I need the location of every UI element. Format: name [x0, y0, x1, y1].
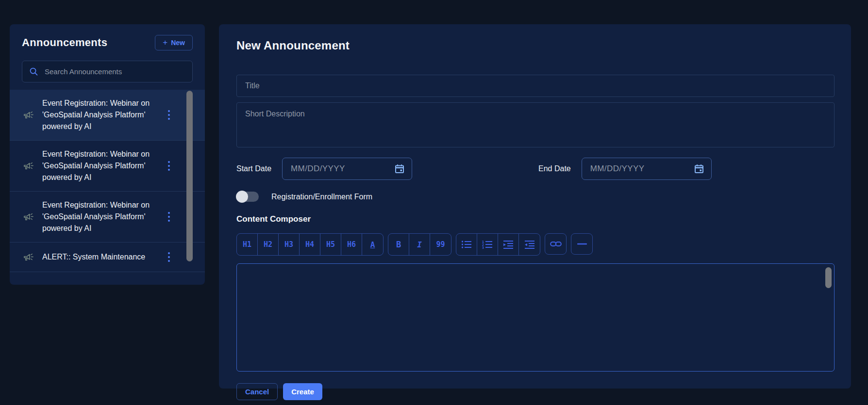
- h4-button[interactable]: H4: [300, 234, 320, 255]
- numbered-list-icon: 1 2 3: [482, 240, 493, 249]
- announcements-list: Event Registration: Webinar on 'GeoSpati…: [10, 90, 205, 288]
- announcement-item-text: Event Registration: Webinar on 'GeoSpati…: [42, 199, 157, 234]
- h2-button[interactable]: H2: [258, 234, 279, 255]
- title-input[interactable]: [236, 75, 835, 97]
- content-scrollbar[interactable]: [825, 267, 832, 288]
- page-title: New Announcement: [236, 39, 835, 52]
- start-date-field[interactable]: [282, 158, 412, 180]
- indent-button[interactable]: [498, 234, 519, 255]
- new-announcement-button[interactable]: + New: [155, 35, 193, 50]
- kebab-menu-icon[interactable]: [165, 159, 173, 173]
- content-editor-input[interactable]: [237, 264, 834, 371]
- plus-icon: +: [163, 39, 167, 46]
- megaphone-icon: [23, 161, 34, 171]
- calendar-icon[interactable]: [394, 163, 405, 174]
- announcement-item-text: ALERT:: System Maintenance: [42, 251, 157, 263]
- outdent-icon: [524, 240, 535, 249]
- h3-button[interactable]: H3: [279, 234, 300, 255]
- announcement-item-text: Event Registration: Webinar on 'GeoSpati…: [42, 97, 157, 132]
- h6-button[interactable]: H6: [341, 234, 362, 255]
- new-announcement-panel: New Announcement Start Date End Date: [219, 24, 851, 389]
- registration-toggle-label: Registration/Enrollment Form: [271, 193, 372, 201]
- blockquote-button[interactable]: 99: [430, 234, 451, 255]
- form-actions: Cancel Create: [236, 383, 835, 400]
- announcements-title: Announcements: [22, 36, 107, 49]
- heading-button-group: H1 H2 H3 H4 H5 H6 A: [236, 233, 384, 256]
- numbered-list-button[interactable]: 1 2 3: [477, 234, 498, 255]
- horizontal-rule-icon: [577, 243, 587, 245]
- bullet-list-button[interactable]: [456, 234, 477, 255]
- svg-text:3: 3: [482, 246, 484, 249]
- calendar-icon[interactable]: [694, 163, 704, 174]
- italic-button[interactable]: I: [409, 234, 430, 255]
- registration-toggle-row: Registration/Enrollment Form: [236, 192, 835, 202]
- announcement-item[interactable]: ALERT:: System Maintenance: [10, 243, 205, 272]
- indent-icon: [503, 240, 514, 249]
- search-icon: [29, 67, 38, 76]
- create-button[interactable]: Create: [283, 383, 322, 400]
- end-date-field[interactable]: [582, 158, 712, 180]
- registration-toggle[interactable]: [236, 192, 259, 202]
- h5-button[interactable]: H5: [320, 234, 341, 255]
- format-button-group: B I 99: [388, 233, 451, 256]
- bold-button[interactable]: B: [388, 234, 409, 255]
- h1-button[interactable]: H1: [237, 234, 258, 255]
- end-date-label: End Date: [538, 164, 571, 173]
- horizontal-rule-button[interactable]: [571, 233, 593, 255]
- kebab-menu-icon[interactable]: [165, 108, 173, 122]
- short-description-input[interactable]: [236, 102, 835, 147]
- announcement-item[interactable]: Event Registration: Webinar on 'GeoSpati…: [10, 141, 205, 192]
- new-button-label: New: [171, 39, 185, 47]
- date-row: Start Date End Date: [236, 158, 835, 180]
- composer-toolbar: H1 H2 H3 H4 H5 H6 A B I 99: [236, 233, 835, 256]
- search-input[interactable]: [45, 67, 185, 76]
- outdent-button[interactable]: [519, 234, 540, 255]
- megaphone-icon: [23, 212, 34, 222]
- content-editor-area: [236, 263, 835, 372]
- link-button[interactable]: [545, 233, 567, 255]
- list-button-group: 1 2 3: [456, 233, 540, 256]
- announcement-item[interactable]: Event Registration: Webinar on 'GeoSpati…: [10, 192, 205, 243]
- underline-a-button[interactable]: A: [362, 234, 383, 255]
- start-date-label: Start Date: [236, 164, 271, 173]
- announcement-item[interactable]: Event Registration: Webinar on 'GeoSpati…: [10, 90, 205, 141]
- list-scrollbar[interactable]: [186, 91, 193, 261]
- search-box[interactable]: [22, 61, 193, 82]
- end-date-input[interactable]: [590, 164, 694, 174]
- bullet-list-icon: [461, 240, 472, 249]
- megaphone-icon: [23, 252, 34, 262]
- content-composer-heading: Content Composer: [236, 214, 835, 224]
- megaphone-icon: [23, 110, 34, 120]
- announcement-item-text: Event Registration: Webinar on 'GeoSpati…: [42, 148, 157, 183]
- cancel-button[interactable]: Cancel: [236, 383, 278, 400]
- start-date-input[interactable]: [291, 164, 394, 174]
- link-icon: [550, 241, 562, 247]
- kebab-menu-icon[interactable]: [165, 210, 173, 224]
- announcements-panel: Announcements + New: [10, 24, 205, 285]
- kebab-menu-icon[interactable]: [165, 250, 173, 264]
